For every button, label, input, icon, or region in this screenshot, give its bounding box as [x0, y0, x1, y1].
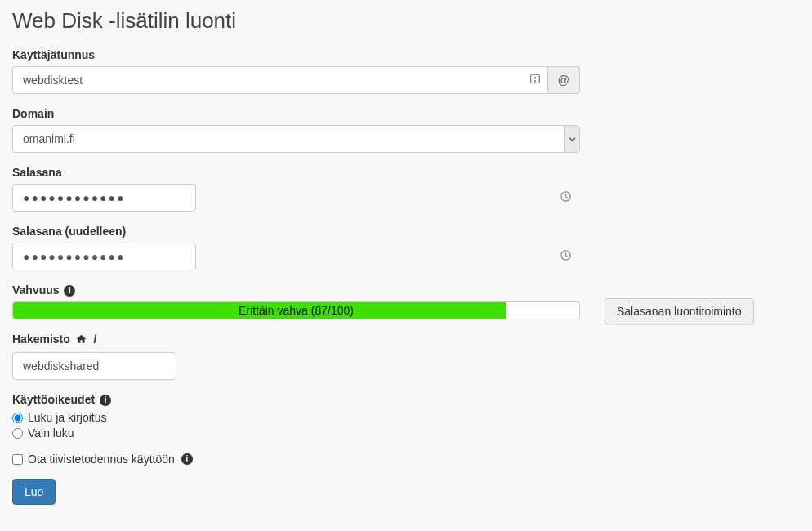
permission-readonly-radio[interactable] — [12, 428, 23, 439]
strength-meter: Erittäin vahva (87/100) — [12, 301, 580, 319]
permission-readwrite-label: Luku ja kirjoitus — [28, 411, 107, 424]
username-input[interactable] — [12, 66, 548, 94]
info-icon[interactable]: i — [64, 285, 75, 297]
permissions-label: Käyttöoikeudet i — [12, 393, 580, 406]
password-label: Salasana — [12, 166, 580, 179]
info-icon[interactable]: i — [181, 453, 193, 465]
at-addon: @ — [548, 66, 580, 94]
digest-auth-checkbox[interactable] — [12, 454, 23, 465]
domain-label: Domain — [12, 107, 580, 120]
generate-icon[interactable] — [560, 249, 572, 264]
permission-readwrite-radio[interactable] — [12, 413, 23, 423]
info-icon[interactable]: i — [100, 395, 111, 406]
strength-label-text: Vahvuus — [12, 283, 60, 297]
path-separator: / — [94, 332, 97, 346]
autofill-icon — [529, 74, 541, 87]
directory-label: Hakemisto / — [12, 332, 580, 347]
username-label: Käyttäjätunnus — [12, 48, 580, 61]
svg-point-2 — [534, 81, 535, 82]
generate-icon[interactable] — [560, 190, 572, 205]
directory-input[interactable] — [12, 352, 176, 380]
permissions-label-text: Käyttöoikeudet — [12, 393, 95, 406]
page-title: Web Disk -lisätilin luonti — [12, 8, 580, 33]
password-confirm-label: Salasana (uudelleen) — [12, 225, 580, 238]
domain-select[interactable]: omanimi.fi — [12, 125, 580, 153]
directory-label-text: Hakemisto — [12, 332, 70, 346]
password-generator-button[interactable]: Salasanan luontitoiminto — [605, 298, 754, 324]
create-button[interactable]: Luo — [12, 479, 56, 505]
password-input[interactable] — [12, 184, 196, 212]
strength-text: Erittäin vahva (87/100) — [13, 302, 579, 319]
digest-auth-label: Ota tiivistetodennus käyttöön — [28, 453, 175, 466]
strength-label: Vahvuus i — [12, 283, 580, 297]
home-icon — [75, 333, 87, 347]
permission-readonly-label: Vain luku — [28, 426, 74, 440]
password-confirm-input[interactable] — [12, 243, 196, 270]
